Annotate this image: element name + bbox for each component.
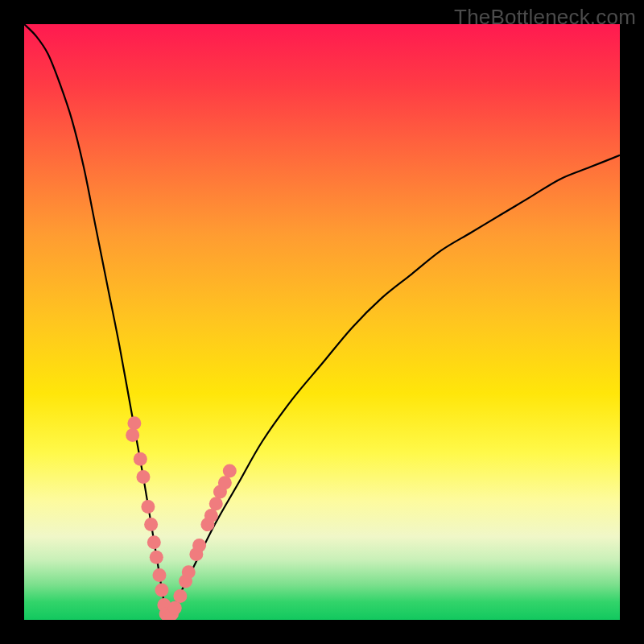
bead-marker bbox=[127, 416, 141, 430]
bead-marker bbox=[223, 464, 237, 478]
bead-cluster bbox=[126, 416, 237, 620]
bead-marker bbox=[147, 535, 161, 549]
bead-marker bbox=[126, 428, 139, 442]
bead-marker bbox=[144, 518, 158, 531]
bead-marker bbox=[192, 539, 206, 552]
bead-marker bbox=[168, 601, 182, 615]
bead-marker bbox=[152, 568, 166, 582]
bead-marker bbox=[209, 497, 223, 510]
bead-marker bbox=[218, 476, 232, 489]
curve-layer bbox=[24, 24, 620, 620]
bead-marker bbox=[204, 509, 218, 522]
bead-marker bbox=[182, 565, 196, 579]
plot-area bbox=[24, 24, 620, 620]
bead-marker bbox=[141, 500, 155, 514]
bead-marker bbox=[137, 470, 151, 484]
bead-marker bbox=[134, 452, 147, 466]
watermark-text: TheBottleneck.com bbox=[454, 5, 636, 30]
bead-marker bbox=[155, 584, 168, 597]
bead-marker bbox=[173, 589, 187, 603]
chart-frame: TheBottleneck.com bbox=[0, 0, 644, 644]
bottleneck-curve bbox=[24, 24, 620, 620]
bead-marker bbox=[150, 551, 163, 564]
